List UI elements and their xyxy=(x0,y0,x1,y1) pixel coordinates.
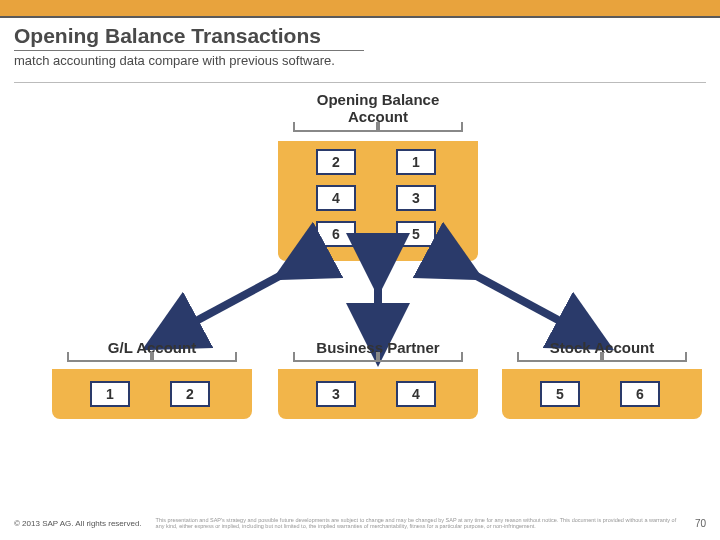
gl-cell: 2 xyxy=(170,381,210,407)
stock-account-cells: 5 6 xyxy=(540,381,660,407)
ob-cell: 6 xyxy=(316,221,356,247)
bp-cell: 3 xyxy=(316,381,356,407)
t-account-underline xyxy=(512,360,692,362)
opening-balance-cells: 2 1 4 3 6 5 xyxy=(316,149,436,247)
gl-account-group: G/L Account xyxy=(62,339,242,362)
gl-cell: 1 xyxy=(90,381,130,407)
t-account-underline xyxy=(288,130,468,132)
brand-bar xyxy=(0,0,720,18)
copyright: © 2013 SAP AG. All rights reserved. xyxy=(14,519,142,528)
stock-account-group: Stock Account xyxy=(512,339,692,362)
ob-cell: 5 xyxy=(396,221,436,247)
diagram: Opening Balance Account 2 1 4 3 6 5 G/L … xyxy=(0,83,720,463)
ob-cell: 4 xyxy=(316,185,356,211)
page-number: 70 xyxy=(695,518,706,529)
business-partner-cells: 3 4 xyxy=(316,381,436,407)
ob-cell: 3 xyxy=(396,185,436,211)
bp-cell: 4 xyxy=(396,381,436,407)
opening-balance-title: Opening Balance Account xyxy=(288,91,468,126)
ob-cell: 1 xyxy=(396,149,436,175)
opening-balance-title-line1: Opening Balance xyxy=(317,91,440,108)
stock-cell: 6 xyxy=(620,381,660,407)
business-partner-group: Business Partner xyxy=(288,339,468,362)
opening-balance-group: Opening Balance Account xyxy=(288,91,468,132)
gl-account-cells: 1 2 xyxy=(90,381,210,407)
footer: © 2013 SAP AG. All rights reserved. This… xyxy=(0,509,720,540)
ob-cell: 2 xyxy=(316,149,356,175)
page-subtitle: match accounting data compare with previ… xyxy=(14,53,706,68)
legal-text: This presentation and SAP's strategy and… xyxy=(156,517,681,530)
stock-cell: 5 xyxy=(540,381,580,407)
page-title: Opening Balance Transactions xyxy=(14,24,364,51)
header: Opening Balance Transactions match accou… xyxy=(0,18,720,72)
t-account-underline xyxy=(288,360,468,362)
t-account-underline xyxy=(62,360,242,362)
svg-line-0 xyxy=(170,265,300,335)
svg-line-2 xyxy=(456,265,586,335)
